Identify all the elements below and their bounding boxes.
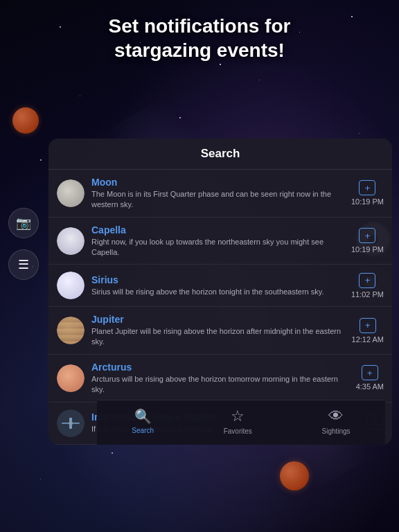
sightings-nav-icon: 👁 xyxy=(328,407,344,425)
moon-desc: The Moon is in its First Quarter phase a… xyxy=(91,189,344,210)
capella-desc: Right now, if you look up towards the no… xyxy=(91,237,344,258)
sirius-calendar-button[interactable]: + xyxy=(359,273,375,288)
sirius-content: Sirius Sirius will be rising above the h… xyxy=(91,274,344,297)
list-item: Arcturus Arcturus will be rising above t… xyxy=(48,355,392,402)
menu-button[interactable]: ☰ xyxy=(8,249,39,280)
list-item: Jupiter Planet Jupiter will be rising ab… xyxy=(48,307,392,355)
arcturus-time-col: + 4:35 AM xyxy=(356,365,384,391)
mars-planet-bottom xyxy=(280,461,309,490)
jupiter-calendar-button[interactable]: + xyxy=(360,318,376,333)
capella-time-col: + 10:19 PM xyxy=(351,228,384,254)
arcturus-time: 4:35 AM xyxy=(356,382,384,391)
bottom-nav: 🔍 Search ☆ Favorites 👁 Sightings xyxy=(97,400,385,445)
arcturus-desc: Arcturus will be rising above the horizo… xyxy=(91,374,349,395)
capella-calendar-button[interactable]: + xyxy=(359,228,375,243)
arcturus-title: Arcturus xyxy=(91,362,349,373)
svg-rect-1 xyxy=(62,423,69,424)
nav-item-sightings[interactable]: 👁 Sightings xyxy=(313,405,358,438)
sirius-desc: Sirius will be rising above the horizon … xyxy=(91,287,344,297)
arcturus-content: Arcturus Arcturus will be rising above t… xyxy=(91,362,349,395)
search-panel: Search Moon The Moon is in its First Qua… xyxy=(48,139,392,445)
nav-item-favorites[interactable]: ☆ Favorites xyxy=(215,405,260,438)
svg-rect-2 xyxy=(73,423,80,424)
sightings-nav-label: Sightings xyxy=(321,427,350,435)
svg-rect-0 xyxy=(69,422,73,425)
list-item: Capella Right now, if you look up toward… xyxy=(48,218,392,265)
sirius-time: 11:02 PM xyxy=(351,290,384,299)
jupiter-time-col: + 12:12 AM xyxy=(352,318,384,344)
capella-content: Capella Right now, if you look up toward… xyxy=(91,224,344,258)
header-title: Set notifications for stargazing events! xyxy=(0,14,399,62)
sidebar-left: 📷 ☰ xyxy=(8,208,39,280)
moon-calendar-button[interactable]: + xyxy=(359,180,375,195)
arcturus-calendar-button[interactable]: + xyxy=(362,365,378,380)
capella-time: 10:19 PM xyxy=(351,245,384,254)
iss-icon xyxy=(57,409,85,437)
moon-icon xyxy=(57,179,85,207)
list-item: Sirius Sirius will be rising above the h… xyxy=(48,265,392,307)
arcturus-icon xyxy=(57,364,85,392)
nav-item-search[interactable]: 🔍 Search xyxy=(123,405,162,437)
svg-rect-4 xyxy=(69,425,72,429)
favorites-nav-icon: ☆ xyxy=(231,407,245,425)
search-nav-label: Search xyxy=(132,427,154,434)
jupiter-title: Jupiter xyxy=(91,314,345,325)
moon-time-col: + 10:19 PM xyxy=(351,180,384,206)
svg-rect-3 xyxy=(69,418,72,422)
menu-icon: ☰ xyxy=(18,257,29,272)
sirius-icon xyxy=(57,272,85,299)
capella-title: Capella xyxy=(91,224,344,236)
moon-time: 10:19 PM xyxy=(351,197,384,206)
favorites-nav-label: Favorites xyxy=(224,427,252,435)
sirius-title: Sirius xyxy=(91,274,344,285)
jupiter-time: 12:12 AM xyxy=(352,335,384,344)
camera-icon: 📷 xyxy=(16,215,31,231)
camera-button[interactable]: 📷 xyxy=(8,208,39,238)
jupiter-desc: Planet Jupiter will be rising above the … xyxy=(91,326,345,347)
capella-icon xyxy=(57,227,85,255)
search-panel-title: Search xyxy=(48,139,392,170)
jupiter-icon xyxy=(57,317,85,344)
moon-title: Moon xyxy=(91,177,344,188)
sirius-time-col: + 11:02 PM xyxy=(351,273,384,299)
mars-planet-top xyxy=(12,107,39,134)
search-nav-icon: 🔍 xyxy=(134,408,152,425)
moon-content: Moon The Moon is in its First Quarter ph… xyxy=(91,177,344,210)
list-item: Moon The Moon is in its First Quarter ph… xyxy=(48,170,392,218)
jupiter-content: Jupiter Planet Jupiter will be rising ab… xyxy=(91,314,345,347)
